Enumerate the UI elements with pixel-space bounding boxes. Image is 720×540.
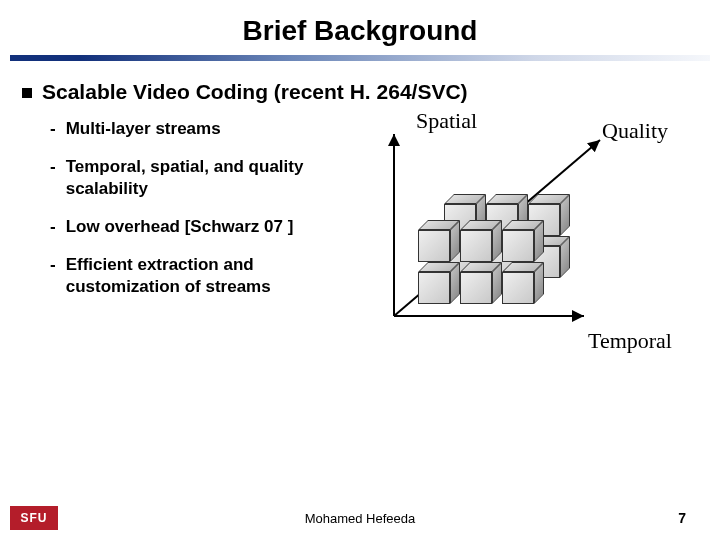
dash-icon: -: [50, 216, 56, 238]
content-area: Scalable Video Coding (recent H. 264/SVC…: [22, 80, 700, 314]
square-bullet-icon: [22, 88, 32, 98]
cube-icon: [418, 220, 454, 256]
list-item-text: Low overhead [Schwarz 07 ]: [66, 216, 294, 238]
cube-icon: [418, 262, 454, 298]
title-band: Brief Background: [0, 6, 720, 56]
bullet-list: - Multi-layer streams - Temporal, spatia…: [22, 118, 352, 314]
list-item: - Multi-layer streams: [50, 118, 352, 140]
list-item: - Temporal, spatial, and quality scalabi…: [50, 156, 352, 200]
list-item-text: Efficient extraction and customization o…: [66, 254, 352, 298]
cube-icon: [460, 262, 496, 298]
cube-icon: [502, 220, 538, 256]
list-item-text: Temporal, spatial, and quality scalabili…: [66, 156, 352, 200]
footer: SFU Mohamed Hefeeda 7: [0, 500, 720, 530]
divider: [10, 55, 710, 61]
dash-icon: -: [50, 156, 56, 178]
section-heading-row: Scalable Video Coding (recent H. 264/SVC…: [22, 80, 700, 104]
diagram-column: Spatial Quality Temporal: [352, 118, 700, 314]
list-item: - Efficient extraction and customization…: [50, 254, 352, 298]
dash-icon: -: [50, 254, 56, 276]
list-item: - Low overhead [Schwarz 07 ]: [50, 216, 352, 238]
footer-author: Mohamed Hefeeda: [0, 511, 720, 526]
section-heading: Scalable Video Coding (recent H. 264/SVC…: [42, 80, 468, 104]
dash-icon: -: [50, 118, 56, 140]
page-number: 7: [678, 510, 686, 526]
cube-icon: [460, 220, 496, 256]
two-column-body: - Multi-layer streams - Temporal, spatia…: [22, 118, 700, 314]
cube-icon: [502, 262, 538, 298]
slide: Brief Background Scalable Video Coding (…: [0, 0, 720, 540]
list-item-text: Multi-layer streams: [66, 118, 221, 140]
scalability-cube-diagram: Spatial Quality Temporal: [352, 112, 692, 372]
slide-title: Brief Background: [0, 6, 720, 56]
